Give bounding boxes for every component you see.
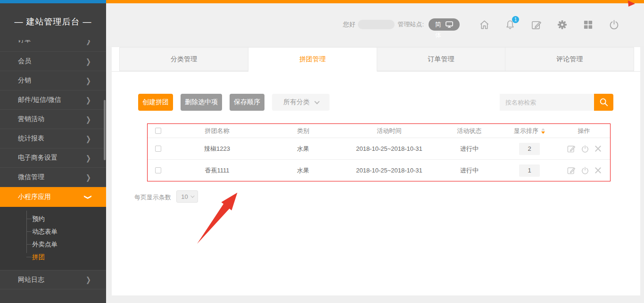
topbar-orange [106, 0, 644, 3]
sidebar-item-site-logs[interactable]: 网站日志 ❯ [0, 270, 106, 289]
sidebar: — 建站管理后台 — 订单 ❯ 会员 ❯ 分销 ❯ 邮件/短信/微信 ❯ 营销活… [0, 3, 106, 303]
notifications-icon[interactable]: 1 [504, 19, 516, 30]
chevron-down-icon: ❯ [84, 195, 93, 200]
table-header-row: 拼团名称 类别 活动时间 活动状态 显示排序 操作 [148, 124, 610, 138]
language-switcher[interactable]: 简 体 [429, 18, 460, 31]
cell-status: 进行中 [438, 166, 501, 175]
power-icon[interactable] [581, 166, 589, 175]
row-checkbox[interactable] [155, 146, 161, 152]
username-redacted [358, 20, 395, 29]
create-group-buy-button[interactable]: 创建拼团 [138, 94, 173, 111]
power-icon[interactable] [581, 145, 589, 153]
page: — 建站管理后台 — 订单 ❯ 会员 ❯ 分销 ❯ 邮件/短信/微信 ❯ 营销活… [0, 0, 644, 303]
lang-traditional-label: 体 [435, 31, 441, 40]
cell-category: 水果 [265, 166, 341, 175]
cell-time: 2018-10-25~2018-10-31 [341, 145, 438, 152]
select-all-checkbox[interactable] [155, 128, 161, 134]
settings-icon[interactable] [556, 19, 568, 30]
sort-toggle[interactable] [541, 128, 545, 134]
search-icon [599, 97, 609, 107]
col-header-time: 活动时间 [341, 127, 438, 135]
chevron-right-icon: ❯ [86, 115, 91, 123]
save-order-button[interactable]: 保存顺序 [230, 94, 264, 111]
sort-order-input[interactable]: 1 [519, 164, 540, 177]
tab-group-buy-management[interactable]: 拼团管理 [248, 47, 377, 72]
notification-badge: 1 [512, 16, 519, 23]
apps-icon[interactable] [582, 19, 594, 30]
chevron-right-icon: ❯ [86, 96, 91, 104]
edit-icon[interactable] [567, 144, 576, 153]
sidebar-item-statistics[interactable]: 统计报表 ❯ [0, 129, 106, 148]
col-header-category: 类别 [265, 127, 341, 135]
sort-desc-icon [541, 131, 545, 134]
chevron-right-icon: ❯ [86, 134, 91, 143]
home-icon[interactable] [479, 19, 490, 30]
sidebar-item-ecommerce-settings[interactable]: 电子商务设置 ❯ [0, 148, 106, 167]
cell-category: 水果 [265, 145, 341, 153]
cell-status: 进行中 [438, 145, 501, 153]
row-checkbox[interactable] [155, 167, 161, 173]
chevron-right-icon: ❯ [86, 276, 91, 284]
search-input[interactable] [500, 94, 594, 111]
cell-name: 香蕉1111 [169, 166, 265, 175]
chevron-right-icon: ❯ [86, 173, 91, 181]
sort-asc-icon [541, 128, 545, 131]
search-button[interactable] [594, 94, 613, 111]
edit-icon[interactable] [567, 166, 576, 175]
submenu-item-dynamic-forms[interactable]: 动态表单 [0, 225, 106, 238]
tab-category-management[interactable]: 分类管理 [119, 47, 248, 71]
chevron-right-icon: ❯ [86, 154, 91, 162]
header-icon-group: 1 [479, 19, 619, 30]
chevron-down-icon [314, 99, 320, 104]
sidebar-item-marketing[interactable]: 营销活动 ❯ [0, 109, 106, 129]
sidebar-item-wechat-management[interactable]: 微信管理 ❯ [0, 167, 106, 187]
page-size-label: 每页显示条数 [134, 193, 171, 202]
sidebar-item-orders-clipped[interactable]: 订单 ❯ [0, 40, 106, 51]
monitor-icon [445, 21, 454, 28]
chevron-right-icon: ❯ [86, 76, 91, 85]
greeting-text: 您好 [343, 20, 355, 29]
chevron-down-icon [190, 194, 194, 197]
tab-bar: 分类管理 拼团管理 订单管理 评论管理 [112, 47, 640, 72]
chevron-right-icon: ❯ [86, 40, 91, 45]
sidebar-item-miniprogram-apps[interactable]: 小程序应用 ❯ [0, 187, 106, 207]
col-header-name: 拼团名称 [169, 127, 265, 135]
table-row: 香蕉1111 水果 2018-10-25~2018-10-31 进行中 1 [148, 159, 610, 181]
site-label: 管理站点: [397, 20, 424, 29]
submenu-item-booking[interactable]: 预约 [0, 213, 106, 225]
power-icon[interactable] [608, 19, 619, 30]
cell-name: 辣椒1223 [169, 145, 265, 153]
col-header-sort: 显示排序 [514, 127, 538, 135]
topbar-blue [0, 0, 106, 3]
close-icon[interactable] [594, 167, 602, 174]
submenu-item-group-buy[interactable]: 拼团 [0, 251, 106, 263]
tab-comment-management[interactable]: 评论管理 [505, 47, 634, 71]
sidebar-item-mail-sms-wechat[interactable]: 邮件/短信/微信 ❯ [0, 90, 106, 109]
col-header-status: 活动状态 [438, 127, 501, 135]
delete-selected-button[interactable]: 删除选中项 [181, 94, 222, 111]
app-title: — 建站管理后台 — [0, 3, 106, 40]
sidebar-submenu: 预约 动态表单 外卖点单 拼团 [0, 207, 106, 270]
close-icon[interactable] [594, 145, 602, 152]
sort-order-input[interactable]: 2 [519, 143, 540, 155]
sidebar-item-distribution[interactable]: 分销 ❯ [0, 71, 106, 90]
compose-icon[interactable] [530, 19, 542, 30]
header: 您好 管理站点: 简 体 [106, 3, 644, 46]
submenu-item-takeout[interactable]: 外卖点单 [0, 238, 106, 251]
main-panel: 分类管理 拼团管理 订单管理 评论管理 创建拼团 删除选中项 保存顺序 所有分类… [112, 47, 640, 295]
lang-simplified-label: 简 [435, 20, 441, 29]
col-header-actions: 操作 [558, 127, 610, 135]
chevron-right-icon: ❯ [86, 57, 91, 66]
page-size-select[interactable]: 10 [176, 190, 198, 203]
header-user-area: 您好 管理站点: 简 体 [343, 18, 479, 31]
category-filter-dropdown[interactable]: 所有分类 [272, 94, 330, 111]
tab-order-management[interactable]: 订单管理 [377, 47, 506, 71]
sidebar-item-members[interactable]: 会员 ❯ [0, 51, 106, 71]
group-buy-table: 拼团名称 类别 活动时间 活动状态 显示排序 操作 辣椒1223 水果 2018… [147, 123, 611, 181]
cell-time: 2018-10-25~2018-10-31 [341, 167, 438, 174]
sidebar-scrollbar[interactable] [104, 100, 106, 160]
table-row: 辣椒1223 水果 2018-10-25~2018-10-31 进行中 2 [148, 138, 610, 159]
